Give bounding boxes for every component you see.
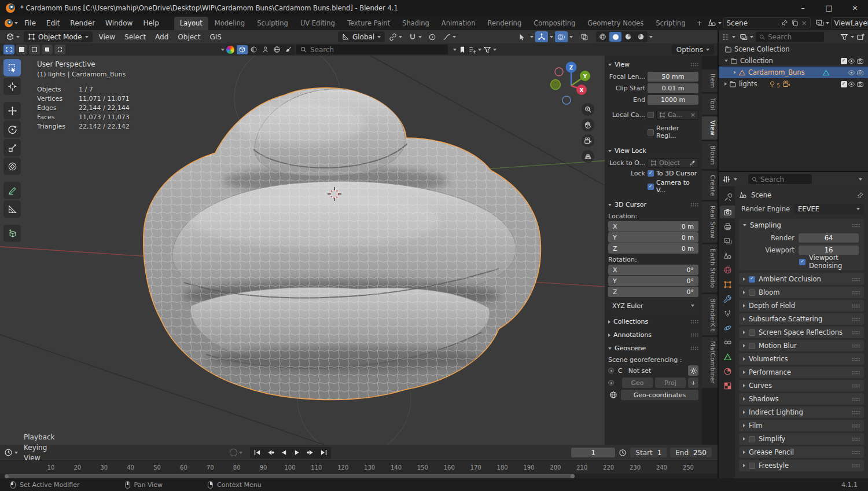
cursor-location-field[interactable]: Y0 m: [608, 232, 698, 243]
panel-grip[interactable]: [690, 203, 698, 207]
sidebar-tab[interactable]: BlenderKit: [702, 294, 718, 336]
menu-item[interactable]: Render: [65, 17, 100, 29]
workspace-tab[interactable]: Sculpting: [251, 17, 294, 30]
timeline-menu-item[interactable]: Playback: [20, 432, 59, 442]
axis-neg-x-ball[interactable]: [555, 68, 563, 76]
show-overlays-toggle[interactable]: [555, 31, 568, 42]
expand-icon[interactable]: [724, 60, 728, 62]
viewport-menu-item[interactable]: Add: [150, 32, 173, 42]
local-camera-field[interactable]: Ca...×: [656, 110, 698, 120]
tool-cursor-button[interactable]: [3, 78, 21, 95]
snap-toggle[interactable]: [406, 32, 424, 42]
tool-select-box-button[interactable]: [3, 59, 21, 76]
transform-orientation-selector[interactable]: Global: [338, 31, 385, 42]
render-section-row[interactable]: Ambient Occlusion: [739, 273, 864, 285]
render-engine-dropdown[interactable]: EEVEE: [794, 204, 864, 214]
panel-grip[interactable]: [852, 277, 860, 281]
current-frame-field[interactable]: 1: [571, 448, 615, 457]
tool-annotate-button[interactable]: [3, 182, 21, 199]
lock-to-object-field[interactable]: Object: [648, 158, 698, 168]
properties-search-field[interactable]: [748, 174, 812, 184]
panel-grip[interactable]: [690, 333, 698, 337]
workspace-tab[interactable]: Modeling: [209, 17, 251, 30]
editor-type-button[interactable]: [3, 31, 22, 42]
menu-item[interactable]: Help: [138, 17, 164, 29]
cursor-rotation-field[interactable]: Y0°: [608, 276, 698, 286]
panel-grip[interactable]: [852, 384, 860, 388]
minimize-button[interactable]: –: [790, 0, 816, 16]
viewport-menu-item[interactable]: Select: [120, 32, 150, 42]
menu-item[interactable]: Window: [100, 17, 138, 29]
frame-start-field[interactable]: Start1: [630, 448, 667, 457]
sidebar-tab[interactable]: Tool: [702, 94, 718, 115]
sidebar-tab[interactable]: View: [702, 116, 718, 140]
options-button[interactable]: Options: [672, 45, 714, 54]
tab-particle-properties[interactable]: [720, 307, 735, 320]
blenderkit-search-input[interactable]: [310, 46, 444, 54]
tab-scene-properties[interactable]: [720, 249, 735, 262]
timeline-ruler[interactable]: 1020304050607080901001101201301401501601…: [0, 460, 718, 474]
expand-icon[interactable]: [734, 71, 736, 74]
panel-grip[interactable]: [690, 63, 698, 67]
viewlayer-selector[interactable]: ViewLayer ×: [831, 17, 868, 28]
workspace-tab[interactable]: Compositing: [528, 17, 581, 30]
cursor-location-field[interactable]: Z0 m: [608, 243, 698, 254]
asset-type-material-button[interactable]: [248, 45, 259, 54]
show-gizmo-toggle[interactable]: [535, 31, 548, 42]
chevron-down-icon[interactable]: [859, 178, 862, 181]
geo-button[interactable]: Geo: [622, 378, 653, 388]
close-button[interactable]: ×: [842, 0, 868, 16]
workspace-tab[interactable]: Layout: [174, 17, 208, 30]
section-checkbox[interactable]: [749, 329, 755, 336]
filter-icon[interactable]: [840, 33, 848, 41]
play-reverse-button[interactable]: [277, 448, 290, 457]
workspace-tab[interactable]: Shading: [396, 17, 435, 30]
render-section-row[interactable]: Shadows: [739, 393, 864, 405]
viewport-menu-item[interactable]: View: [94, 32, 120, 42]
collections-panel-header[interactable]: Collections: [608, 316, 698, 327]
hide-eye-toggle[interactable]: [847, 69, 856, 76]
tab-world-properties[interactable]: [720, 263, 735, 276]
shading-material-button[interactable]: [622, 32, 634, 42]
tab-render-properties[interactable]: [720, 206, 735, 218]
proj-radio[interactable]: [608, 380, 614, 386]
panel-grip[interactable]: [852, 291, 860, 295]
tab-object-properties[interactable]: [720, 278, 735, 291]
blenderkit-search-field[interactable]: [296, 45, 448, 54]
geoscene-header[interactable]: Geoscene: [608, 343, 698, 354]
outliner-filter-type-icon[interactable]: [740, 33, 748, 41]
render-section-row[interactable]: Screen Space Reflections: [739, 327, 864, 338]
render-section-row[interactable]: Volumetrics: [739, 353, 864, 365]
panel-grip[interactable]: [852, 450, 860, 455]
snap-target-button[interactable]: [387, 32, 404, 42]
render-region-checkbox[interactable]: [648, 129, 654, 135]
rotation-mode-dropdown[interactable]: XYZ Euler: [608, 301, 698, 311]
view-lock-header[interactable]: View Lock: [608, 145, 698, 156]
properties-editor-icon[interactable]: [722, 175, 731, 184]
scene-icon[interactable]: [708, 19, 716, 27]
render-section-row[interactable]: Subsurface Scattering: [739, 313, 864, 325]
workspace-tab[interactable]: Rendering: [481, 17, 527, 30]
view-panel-header[interactable]: View: [608, 59, 698, 70]
cursor-rotation-field[interactable]: Z0°: [608, 287, 698, 297]
timeline-scrollbar[interactable]: [5, 474, 575, 478]
panel-grip[interactable]: [690, 320, 698, 324]
section-checkbox[interactable]: [749, 463, 755, 469]
render-section-row[interactable]: Bloom: [739, 287, 864, 298]
shading-solid-button[interactable]: [609, 32, 621, 42]
axis-neg-z-ball[interactable]: [562, 96, 571, 104]
cursor-rotation-field[interactable]: X0°: [608, 265, 698, 275]
jump-to-start-button[interactable]: [251, 448, 263, 457]
new-collection-icon[interactable]: [856, 32, 865, 41]
camera-view-button[interactable]: [582, 134, 594, 147]
menu-item[interactable]: Edit: [41, 17, 65, 29]
cursor-location-field[interactable]: X0 m: [608, 221, 698, 232]
axis-neg-y-ball[interactable]: [551, 80, 561, 90]
viewport-denoising-checkbox[interactable]: [799, 259, 806, 265]
tab-viewlayer-properties[interactable]: [720, 234, 735, 247]
proportional-edit-toggle[interactable]: [426, 32, 439, 42]
select-mode-set-button[interactable]: [3, 45, 14, 54]
pin-icon[interactable]: [856, 192, 864, 199]
clip-end-field[interactable]: 1000 m: [648, 95, 698, 105]
panel-grip[interactable]: [852, 317, 860, 321]
